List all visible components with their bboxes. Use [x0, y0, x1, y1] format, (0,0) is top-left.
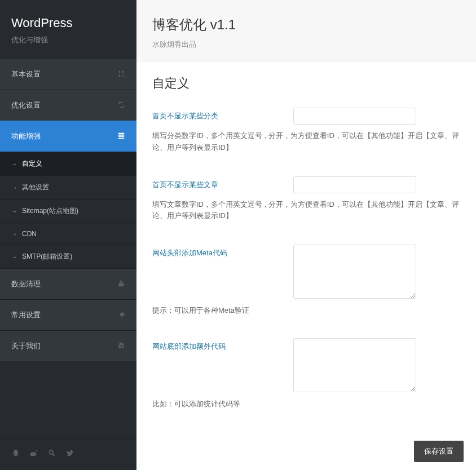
hint-meta-code: 提示：可以用于各种Meta验证 [152, 305, 460, 316]
sub-nav-label: Sitemap(站点地图) [22, 206, 78, 216]
label-exclude-posts: 首页不显示某些文章 [152, 176, 282, 190]
form-group-exclude-categories: 首页不显示某些分类 填写分类数字ID，多个用英文逗号 , 分开，为方便查看ID，… [152, 108, 460, 154]
sub-nav: → 自定义 → 其他设置 → Sitemap(站点地图) → CDN → SMT… [0, 152, 136, 268]
label-meta-code: 网站头部添加Meta代码 [152, 245, 282, 258]
sidebar-header: WordPress 优化与增强 [0, 0, 136, 59]
sidebar-title: WordPress [11, 16, 125, 30]
main: 博客优化 v1.1 水脉烟香出品 自定义 首页不显示某些分类 填写分类数字ID，… [136, 0, 476, 470]
page-subtitle: 水脉烟香出品 [152, 39, 460, 50]
form-row: 首页不显示某些分类 [152, 108, 460, 125]
textarea-footer-code[interactable] [293, 338, 416, 392]
sidebar-subtitle: 优化与增强 [11, 35, 125, 45]
save-bar: 保存设置 [136, 433, 476, 470]
sidebar-footer [0, 438, 136, 470]
nav-label: 基本设置 [11, 69, 41, 79]
input-exclude-posts[interactable] [293, 176, 416, 193]
nav-item-feature-enhance[interactable]: 功能增强 [0, 121, 136, 152]
arrow-icon: → [11, 208, 17, 215]
nav-label: 常用设置 [11, 310, 41, 320]
form-group-meta-code: 网站头部添加Meta代码 提示：可以用于各种Meta验证 [152, 245, 460, 316]
weibo-icon[interactable] [29, 449, 38, 460]
nav-item-data-cleanup[interactable]: 数据清理 [0, 268, 136, 299]
label-footer-code: 网站底部添加额外代码 [152, 338, 282, 352]
nav-label: 关于我们 [11, 341, 41, 351]
sub-nav-custom[interactable]: → 自定义 [0, 152, 136, 175]
section-title: 自定义 [152, 75, 460, 92]
search-icon[interactable] [47, 449, 56, 460]
nav-item-basic-settings[interactable]: 基本设置 [0, 59, 136, 90]
nav-item-common-settings[interactable]: 常用设置 [0, 299, 136, 330]
form-group-footer-code: 网站底部添加额外代码 比如：可以添加统计代码等 [152, 338, 460, 409]
sub-nav-cdn[interactable]: → CDN [0, 223, 136, 245]
lock-icon [117, 280, 125, 289]
arrow-icon: → [11, 254, 17, 260]
layout-icon [117, 132, 125, 141]
nav-section: 基本设置 优化设置 功能增强 → 自定义 → 其他设置 [0, 59, 136, 438]
save-button[interactable]: 保存设置 [414, 441, 464, 462]
content: 自定义 首页不显示某些分类 填写分类数字ID，多个用英文逗号 , 分开，为方便查… [136, 61, 476, 470]
nav-item-about-us[interactable]: 关于我们 [0, 330, 136, 361]
arrow-icon: → [11, 184, 17, 191]
repeat-icon [117, 101, 125, 110]
form-row: 网站头部添加Meta代码 [152, 245, 460, 299]
sub-nav-sitemap[interactable]: → Sitemap(站点地图) [0, 199, 136, 223]
sub-nav-other-settings[interactable]: → 其他设置 [0, 175, 136, 199]
sidebar: WordPress 优化与增强 基本设置 优化设置 功能增强 → 自定义 [0, 0, 136, 470]
qq-icon[interactable] [11, 449, 20, 460]
sub-nav-label: CDN [22, 230, 37, 238]
help-exclude-posts: 填写文章数字ID，多个用英文逗号 , 分开，为方便查看ID，可以在【其他功能】开… [152, 199, 460, 223]
sub-nav-label: SMTP(邮箱设置) [22, 252, 72, 261]
sub-nav-smtp[interactable]: → SMTP(邮箱设置) [0, 245, 136, 268]
arrow-icon: → [11, 230, 17, 237]
sub-nav-label: 自定义 [22, 159, 42, 169]
main-header: 博客优化 v1.1 水脉烟香出品 [136, 0, 476, 61]
textarea-meta-code[interactable] [293, 245, 416, 299]
sub-nav-label: 其他设置 [22, 183, 49, 192]
help-exclude-categories: 填写分类数字ID，多个用英文逗号 , 分开，为方便查看ID，可以在【其他功能】开… [152, 130, 460, 154]
hint-footer-code: 比如：可以添加统计代码等 [152, 399, 460, 409]
form-row: 首页不显示某些文章 [152, 176, 460, 193]
form-group-exclude-posts: 首页不显示某些文章 填写文章数字ID，多个用英文逗号 , 分开，为方便查看ID，… [152, 176, 460, 223]
arrow-icon: → [11, 161, 17, 167]
switch-icon [117, 70, 125, 79]
page-title: 博客优化 v1.1 [152, 16, 460, 34]
gear-icon [117, 311, 125, 320]
form-row: 网站底部添加额外代码 [152, 338, 460, 392]
nav-item-optimize-settings[interactable]: 优化设置 [0, 90, 136, 121]
twitter-icon[interactable] [65, 449, 74, 460]
nav-label: 功能增强 [11, 131, 41, 141]
nav-label: 数据清理 [11, 279, 41, 289]
gift-icon [117, 342, 125, 351]
label-exclude-categories: 首页不显示某些分类 [152, 108, 282, 121]
input-exclude-categories[interactable] [293, 108, 416, 125]
nav-label: 优化设置 [11, 100, 41, 110]
